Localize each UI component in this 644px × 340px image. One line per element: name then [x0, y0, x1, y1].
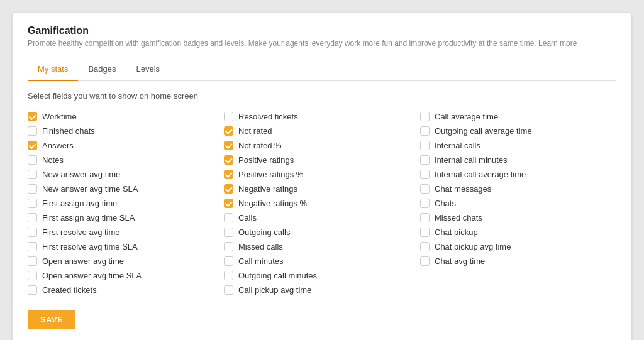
field-label-finished-chats: Finished chats [42, 126, 95, 136]
field-item-missed-chats[interactable]: Missed chats [420, 211, 616, 225]
field-item-outgoing-call-minutes[interactable]: Outgoing call minutes [224, 268, 420, 283]
checkbox-answers[interactable] [28, 141, 37, 150]
checkbox-not-rated[interactable] [224, 126, 233, 136]
checkbox-worktime[interactable] [28, 112, 37, 121]
field-label-open-answer-avg-time: Open answer avg time [42, 256, 124, 266]
field-label-missed-chats: Missed chats [435, 213, 482, 222]
field-label-outgoing-call-average-time: Outgoing call average time [435, 126, 532, 136]
field-item-open-answer-avg-time[interactable]: Open answer avg time [28, 254, 224, 268]
field-label-created-tickets: Created tickets [42, 285, 97, 295]
checkbox-outgoing-calls[interactable] [224, 228, 233, 237]
learn-more-link[interactable]: Learn more [538, 39, 577, 48]
field-item-internal-calls[interactable]: Internal calls [420, 138, 616, 153]
field-item-not-rated-pct[interactable]: Not rated % [224, 138, 420, 153]
checkbox-first-assign-avg-time[interactable] [28, 199, 37, 208]
save-button[interactable]: SAVE [28, 310, 75, 329]
field-item-chat-avg-time[interactable]: Chat avg time [420, 254, 616, 268]
field-item-open-answer-avg-time-sla[interactable]: Open answer avg time SLA [28, 268, 224, 283]
field-item-first-assign-avg-time[interactable]: First assign avg time [28, 196, 224, 211]
checkbox-calls[interactable] [224, 213, 233, 222]
checkbox-chats[interactable] [420, 199, 430, 208]
tab-my-stats[interactable]: My stats [28, 58, 78, 81]
checkbox-positive-ratings-pct[interactable] [224, 170, 233, 179]
checkbox-first-resolve-avg-time-sla[interactable] [28, 242, 37, 251]
checkbox-internal-call-minutes[interactable] [420, 155, 430, 165]
page-title: Gamification [28, 25, 616, 36]
checkbox-new-answer-avg-time[interactable] [28, 170, 37, 179]
checkbox-outgoing-call-average-time[interactable] [420, 126, 430, 136]
field-label-first-resolve-avg-time: First resolve avg time [42, 228, 120, 237]
checkbox-first-resolve-avg-time[interactable] [28, 228, 37, 237]
field-label-worktime: Worktime [42, 112, 77, 121]
field-label-internal-call-average-time: Internal call average time [435, 170, 526, 179]
field-label-not-rated: Not rated [238, 126, 272, 136]
field-item-internal-call-average-time[interactable]: Internal call average time [420, 167, 616, 182]
checkbox-positive-ratings[interactable] [224, 155, 233, 165]
field-item-outgoing-call-average-time[interactable]: Outgoing call average time [420, 124, 616, 138]
field-item-positive-ratings-pct[interactable]: Positive ratings % [224, 167, 420, 182]
checkbox-call-minutes[interactable] [224, 256, 233, 266]
field-item-missed-calls[interactable]: Missed calls [224, 239, 420, 254]
field-item-not-rated[interactable]: Not rated [224, 124, 420, 138]
fields-grid: WorktimeFinished chatsAnswersNotesNew an… [28, 109, 616, 297]
field-label-answers: Answers [42, 141, 74, 150]
checkbox-open-answer-avg-time[interactable] [28, 256, 37, 266]
checkbox-call-pickup-avg-time[interactable] [224, 285, 233, 295]
checkbox-notes[interactable] [28, 155, 37, 165]
checkbox-missed-chats[interactable] [420, 213, 430, 222]
field-item-new-answer-avg-time-sla[interactable]: New answer avg time SLA [28, 182, 224, 196]
tab-badges[interactable]: Badges [78, 58, 126, 81]
field-item-first-assign-avg-time-sla[interactable]: First assign avg time SLA [28, 211, 224, 225]
field-item-finished-chats[interactable]: Finished chats [28, 124, 224, 138]
checkbox-outgoing-call-minutes[interactable] [224, 271, 233, 280]
checkbox-resolved-tickets[interactable] [224, 112, 233, 121]
field-label-chat-pickup: Chat pickup [435, 228, 478, 237]
field-item-call-average-time[interactable]: Call average time [420, 109, 616, 124]
field-item-resolved-tickets[interactable]: Resolved tickets [224, 109, 420, 124]
field-label-internal-calls: Internal calls [435, 141, 480, 150]
field-item-new-answer-avg-time[interactable]: New answer avg time [28, 167, 224, 182]
field-item-created-tickets[interactable]: Created tickets [28, 283, 224, 297]
field-item-chat-pickup-avg-time[interactable]: Chat pickup avg time [420, 239, 616, 254]
field-label-positive-ratings-pct: Positive ratings % [238, 170, 303, 179]
field-label-calls: Calls [238, 213, 257, 222]
checkbox-negative-ratings[interactable] [224, 184, 233, 194]
checkbox-not-rated-pct[interactable] [224, 141, 233, 150]
field-item-positive-ratings[interactable]: Positive ratings [224, 153, 420, 167]
checkbox-chat-messages[interactable] [420, 184, 430, 194]
field-label-negative-ratings: Negative ratings [238, 184, 297, 194]
checkbox-chat-avg-time[interactable] [420, 256, 430, 266]
checkbox-finished-chats[interactable] [28, 126, 37, 136]
field-item-negative-ratings[interactable]: Negative ratings [224, 182, 420, 196]
field-item-call-minutes[interactable]: Call minutes [224, 254, 420, 268]
checkbox-first-assign-avg-time-sla[interactable] [28, 213, 37, 222]
checkbox-internal-call-average-time[interactable] [420, 170, 430, 179]
checkbox-chat-pickup-avg-time[interactable] [420, 242, 430, 251]
checkbox-chat-pickup[interactable] [420, 228, 430, 237]
field-item-first-resolve-avg-time-sla[interactable]: First resolve avg time SLA [28, 239, 224, 254]
field-item-answers[interactable]: Answers [28, 138, 224, 153]
field-item-outgoing-calls[interactable]: Outgoing calls [224, 225, 420, 239]
field-item-chat-pickup[interactable]: Chat pickup [420, 225, 616, 239]
field-item-first-resolve-avg-time[interactable]: First resolve avg time [28, 225, 224, 239]
field-item-call-pickup-avg-time[interactable]: Call pickup avg time [224, 283, 420, 297]
field-item-calls[interactable]: Calls [224, 211, 420, 225]
checkbox-call-average-time[interactable] [420, 112, 430, 121]
field-item-chats[interactable]: Chats [420, 196, 616, 211]
checkbox-internal-calls[interactable] [420, 141, 430, 150]
checkbox-created-tickets[interactable] [28, 285, 37, 295]
field-label-call-pickup-avg-time: Call pickup avg time [238, 285, 311, 295]
field-item-internal-call-minutes[interactable]: Internal call minutes [420, 153, 616, 167]
tab-levels[interactable]: Levels [126, 58, 170, 81]
checkbox-new-answer-avg-time-sla[interactable] [28, 184, 37, 194]
field-label-first-assign-avg-time-sla: First assign avg time SLA [42, 213, 135, 222]
column-2: Resolved ticketsNot ratedNot rated %Posi… [224, 109, 420, 297]
checkbox-negative-ratings-pct[interactable] [224, 199, 233, 208]
field-item-notes[interactable]: Notes [28, 153, 224, 167]
field-label-negative-ratings-pct: Negative ratings % [238, 199, 307, 208]
field-item-negative-ratings-pct[interactable]: Negative ratings % [224, 196, 420, 211]
field-item-worktime[interactable]: Worktime [28, 109, 224, 124]
field-item-chat-messages[interactable]: Chat messages [420, 182, 616, 196]
checkbox-open-answer-avg-time-sla[interactable] [28, 271, 37, 280]
checkbox-missed-calls[interactable] [224, 242, 233, 251]
